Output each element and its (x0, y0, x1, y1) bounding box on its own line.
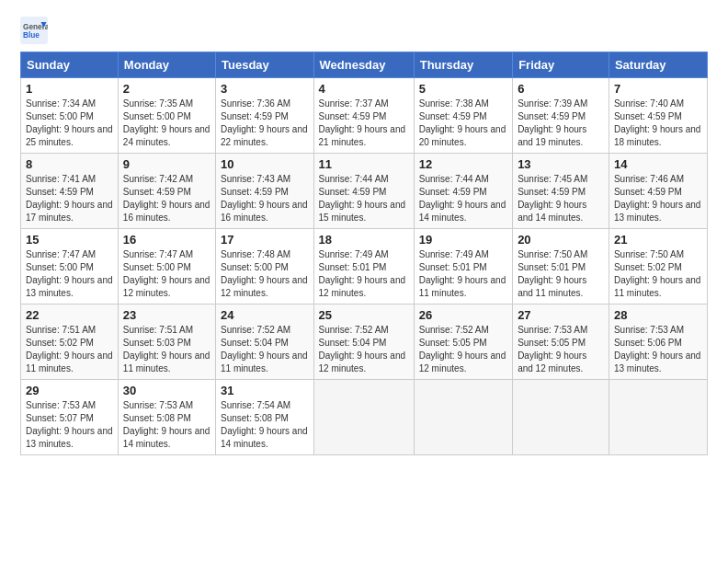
daylight-label: Daylight: 9 hours and 13 minutes. (26, 426, 113, 449)
weekday-header-friday: Friday (513, 52, 609, 78)
sunrise-label: Sunrise: 7:38 AM (419, 98, 489, 109)
calendar-cell: 1Sunrise: 7:34 AMSunset: 5:00 PMDaylight… (21, 78, 119, 154)
calendar-cell: 16Sunrise: 7:47 AMSunset: 5:00 PMDayligh… (118, 229, 215, 304)
day-number: 18 (319, 233, 409, 247)
day-number: 26 (419, 308, 507, 322)
day-info: Sunrise: 7:52 AMSunset: 5:04 PMDaylight:… (319, 324, 409, 375)
sunset-label: Sunset: 5:03 PM (123, 338, 191, 348)
day-number: 7 (614, 82, 702, 96)
calendar-cell: 8Sunrise: 7:41 AMSunset: 4:59 PMDaylight… (21, 154, 119, 229)
daylight-label: Daylight: 9 hours and 12 minutes. (419, 350, 506, 373)
calendar-cell: 28Sunrise: 7:53 AMSunset: 5:06 PMDayligh… (609, 304, 707, 380)
daylight-label: Daylight: 9 hours and 15 minutes. (319, 200, 406, 223)
sunrise-label: Sunrise: 7:53 AM (26, 400, 96, 410)
day-number: 21 (614, 233, 702, 247)
daylight-label: Daylight: 9 hours and 11 minutes. (26, 350, 113, 373)
sunrise-label: Sunrise: 7:51 AM (123, 325, 193, 335)
sunset-label: Sunset: 5:00 PM (123, 262, 191, 272)
day-number: 16 (123, 233, 210, 247)
day-number: 28 (614, 308, 702, 322)
day-info: Sunrise: 7:44 AMSunset: 4:59 PMDaylight:… (319, 173, 409, 224)
day-info: Sunrise: 7:52 AMSunset: 5:05 PMDaylight:… (419, 324, 507, 375)
day-info: Sunrise: 7:41 AMSunset: 4:59 PMDaylight:… (26, 173, 113, 224)
logo-icon: General Blue (20, 17, 48, 44)
day-info: Sunrise: 7:40 AMSunset: 4:59 PMDaylight:… (614, 98, 702, 149)
sunrise-label: Sunrise: 7:47 AM (123, 249, 193, 259)
daylight-label: Daylight: 9 hours and 12 minutes. (319, 350, 406, 373)
day-number: 11 (319, 157, 409, 171)
calendar-cell: 2Sunrise: 7:35 AMSunset: 5:00 PMDaylight… (118, 78, 215, 154)
daylight-label: Daylight: 9 hours and 12 minutes. (123, 275, 210, 298)
sunset-label: Sunset: 4:59 PM (221, 111, 289, 121)
calendar-cell: 18Sunrise: 7:49 AMSunset: 5:01 PMDayligh… (313, 229, 414, 304)
calendar-cell: 30Sunrise: 7:53 AMSunset: 5:08 PMDayligh… (118, 380, 215, 455)
weekday-header-wednesday: Wednesday (313, 52, 414, 78)
day-number: 9 (123, 157, 210, 171)
calendar-body: 1Sunrise: 7:34 AMSunset: 5:00 PMDaylight… (21, 78, 708, 455)
day-info: Sunrise: 7:43 AMSunset: 4:59 PMDaylight:… (221, 173, 309, 224)
sunrise-label: Sunrise: 7:52 AM (221, 325, 290, 335)
daylight-label: Daylight: 9 hours and 12 minutes. (518, 350, 586, 373)
sunrise-label: Sunrise: 7:45 AM (518, 174, 587, 184)
calendar-cell (313, 380, 414, 455)
daylight-label: Daylight: 9 hours and 11 minutes. (614, 275, 701, 298)
sunrise-label: Sunrise: 7:50 AM (614, 249, 684, 259)
sunset-label: Sunset: 5:06 PM (614, 338, 682, 348)
sunrise-label: Sunrise: 7:49 AM (419, 249, 489, 259)
sunrise-label: Sunrise: 7:40 AM (614, 98, 684, 109)
calendar-cell: 19Sunrise: 7:49 AMSunset: 5:01 PMDayligh… (414, 229, 512, 304)
daylight-label: Daylight: 9 hours and 16 minutes. (221, 200, 308, 223)
sunrise-label: Sunrise: 7:53 AM (123, 400, 193, 410)
day-number: 19 (419, 233, 507, 247)
day-number: 31 (221, 384, 309, 397)
sunset-label: Sunset: 5:00 PM (26, 111, 94, 121)
day-info: Sunrise: 7:49 AMSunset: 5:01 PMDaylight:… (419, 248, 507, 300)
day-info: Sunrise: 7:49 AMSunset: 5:01 PMDaylight:… (319, 248, 409, 300)
sunset-label: Sunset: 4:59 PM (123, 187, 191, 197)
daylight-label: Daylight: 9 hours and 14 minutes. (518, 200, 586, 223)
sunset-label: Sunset: 5:00 PM (123, 111, 191, 121)
sunset-label: Sunset: 4:59 PM (518, 187, 586, 197)
day-number: 6 (518, 82, 604, 96)
sunrise-label: Sunrise: 7:52 AM (319, 325, 389, 335)
calendar-cell: 9Sunrise: 7:42 AMSunset: 4:59 PMDaylight… (118, 154, 215, 229)
day-number: 4 (319, 82, 409, 96)
sunrise-label: Sunrise: 7:43 AM (221, 174, 290, 184)
sunrise-label: Sunrise: 7:42 AM (123, 174, 193, 184)
day-info: Sunrise: 7:47 AMSunset: 5:00 PMDaylight:… (123, 248, 210, 300)
day-number: 27 (518, 308, 604, 322)
day-number: 23 (123, 308, 210, 322)
sunrise-label: Sunrise: 7:34 AM (26, 98, 96, 109)
sunrise-label: Sunrise: 7:53 AM (518, 325, 587, 335)
day-info: Sunrise: 7:37 AMSunset: 4:59 PMDaylight:… (319, 98, 409, 149)
day-info: Sunrise: 7:53 AMSunset: 5:08 PMDaylight:… (123, 399, 210, 451)
calendar-cell: 10Sunrise: 7:43 AMSunset: 4:59 PMDayligh… (216, 154, 314, 229)
daylight-label: Daylight: 9 hours and 11 minutes. (221, 350, 308, 373)
weekday-header-row: SundayMondayTuesdayWednesdayThursdayFrid… (21, 52, 708, 78)
sunset-label: Sunset: 5:05 PM (518, 338, 586, 348)
sunset-label: Sunset: 5:00 PM (26, 262, 94, 272)
week-row-5: 29Sunrise: 7:53 AMSunset: 5:07 PMDayligh… (21, 380, 708, 455)
day-info: Sunrise: 7:52 AMSunset: 5:04 PMDaylight:… (221, 324, 309, 375)
sunrise-label: Sunrise: 7:44 AM (319, 174, 389, 184)
sunset-label: Sunset: 5:07 PM (26, 413, 94, 423)
sunset-label: Sunset: 5:05 PM (419, 338, 487, 348)
day-number: 5 (419, 82, 507, 96)
sunset-label: Sunset: 4:59 PM (26, 187, 94, 197)
sunset-label: Sunset: 4:59 PM (614, 111, 682, 121)
calendar-cell: 13Sunrise: 7:45 AMSunset: 4:59 PMDayligh… (513, 154, 609, 229)
day-info: Sunrise: 7:47 AMSunset: 5:00 PMDaylight:… (26, 248, 113, 300)
day-info: Sunrise: 7:54 AMSunset: 5:08 PMDaylight:… (221, 399, 309, 451)
calendar-cell: 3Sunrise: 7:36 AMSunset: 4:59 PMDaylight… (216, 78, 314, 154)
sunset-label: Sunset: 5:08 PM (221, 413, 289, 423)
sunset-label: Sunset: 5:02 PM (614, 262, 682, 272)
sunset-label: Sunset: 4:59 PM (419, 187, 487, 197)
sunrise-label: Sunrise: 7:51 AM (26, 325, 96, 335)
calendar-cell: 21Sunrise: 7:50 AMSunset: 5:02 PMDayligh… (609, 229, 707, 304)
sunrise-label: Sunrise: 7:49 AM (319, 249, 389, 259)
calendar-cell (513, 380, 609, 455)
calendar-cell: 15Sunrise: 7:47 AMSunset: 5:00 PMDayligh… (21, 229, 119, 304)
day-number: 22 (26, 308, 113, 322)
week-row-2: 8Sunrise: 7:41 AMSunset: 4:59 PMDaylight… (21, 154, 708, 229)
daylight-label: Daylight: 9 hours and 13 minutes. (26, 275, 113, 298)
